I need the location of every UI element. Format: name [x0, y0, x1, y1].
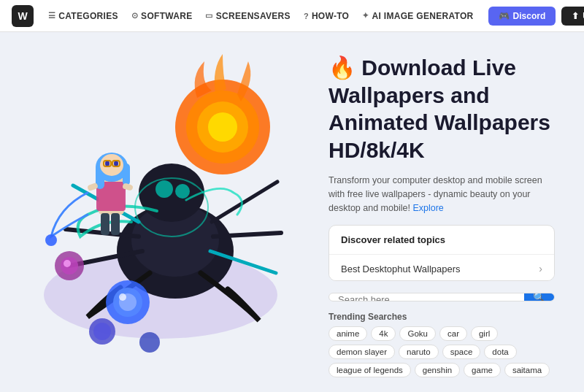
nav-label-screensavers: SCREENSAVERS — [216, 11, 291, 21]
nav-label-howto: HOW-TO — [312, 11, 349, 21]
trending-tag[interactable]: 4k — [371, 326, 396, 341]
upload-button[interactable]: ⬆ Upload — [561, 7, 584, 26]
trending-tag[interactable]: demon slayer — [328, 345, 395, 359]
svg-point-20 — [119, 293, 126, 301]
right-panel: 🔥 Download Live Wallpapers and Animated … — [321, 32, 584, 392]
svg-rect-39 — [101, 213, 110, 235]
hero-title: 🔥 Download Live Wallpapers and Animated … — [328, 54, 566, 164]
ai-icon: ✦ — [362, 11, 369, 20]
svg-rect-40 — [111, 213, 120, 235]
nav-label-software: SOFTWARE — [141, 11, 192, 21]
search-input[interactable] — [329, 293, 524, 301]
topics-box: Discover related topics Best Desktophut … — [328, 225, 555, 280]
trending-tag[interactable]: saitama — [504, 363, 550, 377]
trending-tag[interactable]: game — [464, 363, 501, 377]
svg-point-10 — [175, 184, 190, 199]
trending-tag[interactable]: space — [442, 345, 481, 359]
search-icon: 🔍 — [533, 293, 545, 301]
trending-tag[interactable]: anime — [328, 326, 367, 341]
search-box: 🔍 — [328, 293, 555, 301]
topic-label-0: Best Desktophut Wallpapers — [341, 264, 461, 274]
upload-icon: ⬆ — [572, 11, 579, 21]
hero-image-area — [0, 32, 321, 392]
svg-rect-31 — [123, 164, 130, 185]
nav-item-software[interactable]: ⊙ SOFTWARE — [131, 11, 193, 21]
fire-emoji: 🔥 — [328, 55, 356, 80]
main-content: 🔥 Download Live Wallpapers and Animated … — [0, 32, 584, 392]
header-buttons: 🎮 Discord ⬆ Upload — [488, 7, 584, 26]
header: W ☰ CATEGORIES ⊙ SOFTWARE ▭ SCREENSAVERS… — [0, 0, 584, 32]
screensavers-icon: ▭ — [205, 11, 212, 20]
trending-section: Trending Searches anime4kGokucargirldemo… — [328, 312, 555, 377]
main-nav: ☰ CATEGORIES ⊙ SOFTWARE ▭ SCREENSAVERS ?… — [48, 11, 474, 21]
trending-tags: anime4kGokucargirldemon slayernarutospac… — [328, 326, 555, 377]
chevron-icon-0: › — [539, 263, 542, 274]
topics-header: Discover related topics — [329, 226, 554, 255]
trending-tag[interactable]: league of legends — [328, 363, 411, 377]
svg-point-22 — [93, 323, 111, 340]
svg-point-33 — [105, 161, 110, 166]
nav-label-categories: CATEGORIES — [58, 11, 118, 21]
software-icon: ⊙ — [131, 11, 138, 20]
hero-subtitle: Transform your computer desktop and mobi… — [328, 174, 555, 215]
svg-point-26 — [64, 260, 71, 267]
logo[interactable]: W — [12, 5, 34, 27]
svg-point-41 — [45, 234, 57, 246]
discord-button[interactable]: 🎮 Discord — [488, 7, 556, 26]
nav-item-howto[interactable]: ? HOW-TO — [304, 11, 349, 21]
howto-icon: ? — [304, 12, 309, 20]
trending-label: Trending Searches — [328, 312, 555, 322]
svg-point-34 — [114, 161, 118, 166]
trending-tag[interactable]: girl — [471, 326, 498, 341]
trending-tag[interactable]: naruto — [399, 345, 439, 359]
topic-item-0[interactable]: Best Desktophut Wallpapers › — [329, 255, 554, 280]
trending-tag[interactable]: car — [439, 326, 467, 341]
trending-tag[interactable]: Goku — [399, 326, 436, 341]
hero-illustration — [15, 39, 307, 375]
nav-label-ai-image: AI IMAGE GENERATOR — [372, 11, 474, 21]
search-button[interactable]: 🔍 — [524, 293, 554, 301]
trending-tag[interactable]: genshin — [415, 363, 460, 377]
categories-icon: ☰ — [48, 11, 55, 20]
trending-tag[interactable]: dota — [484, 345, 516, 359]
discord-icon: 🎮 — [499, 11, 510, 21]
explore-link[interactable]: Explore — [412, 203, 443, 213]
nav-item-screensavers[interactable]: ▭ SCREENSAVERS — [205, 11, 290, 21]
svg-point-9 — [155, 180, 173, 198]
svg-point-4 — [208, 112, 237, 142]
nav-item-ai-image[interactable]: ✦ AI IMAGE GENERATOR — [362, 11, 473, 21]
nav-item-categories[interactable]: ☰ CATEGORIES — [48, 11, 118, 21]
svg-point-23 — [139, 332, 160, 353]
